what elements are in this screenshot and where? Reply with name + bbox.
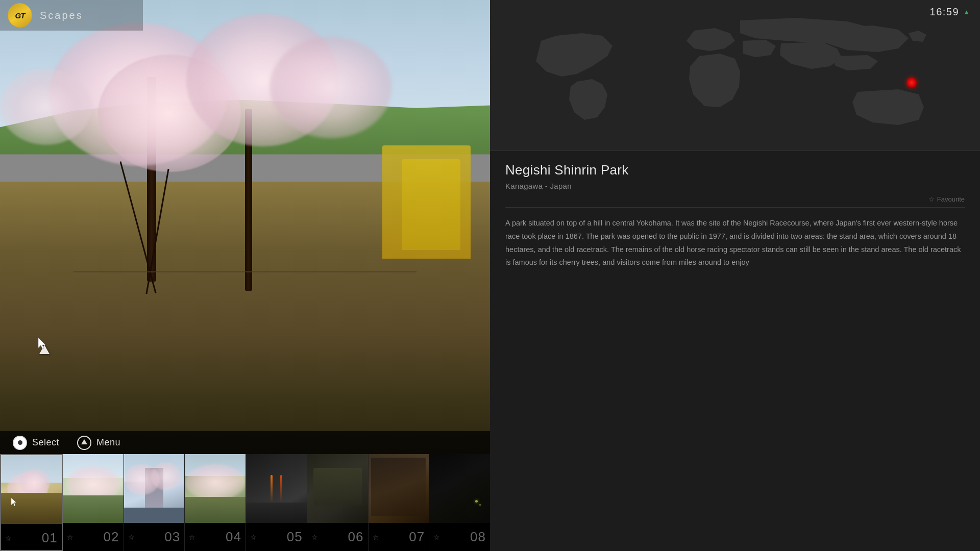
yellow-flowers-2	[402, 159, 460, 250]
thumb-06-star: ☆	[311, 533, 318, 541]
thumbnail-02[interactable]: ☆ 02	[63, 454, 124, 551]
thumbnail-08[interactable]: ☆ 08	[429, 454, 490, 551]
fence	[74, 271, 416, 272]
menu-button-icon	[77, 436, 91, 450]
location-description: A park situated on top of a hill in cent…	[490, 217, 980, 551]
gt-logo: GT	[8, 3, 32, 28]
main-photo	[0, 0, 490, 454]
thumb-01-star: ☆	[5, 534, 12, 542]
thumbnail-strip: ☆ 01 ☆ 02	[0, 454, 490, 551]
time-area: 16:59 ▲	[930, 6, 970, 18]
thumbnail-04[interactable]: ☆ 04	[185, 454, 246, 551]
select-control[interactable]: Select	[13, 436, 59, 450]
thumb-03-star: ☆	[128, 533, 135, 541]
thumb-05-star: ☆	[250, 533, 257, 541]
favourite-star-icon: ☆	[928, 195, 935, 203]
cherry-canopy-3	[270, 36, 392, 138]
info-panel: 16:59 ▲	[490, 0, 980, 551]
location-info: Negishi Shinrin Park Kanagawa - Japan	[490, 151, 980, 195]
thumb-02-number: 02	[104, 529, 119, 545]
thumbnail-07[interactable]: ☆ 07	[369, 454, 430, 551]
thumb-08-number: 08	[470, 529, 486, 545]
select-label: Select	[32, 437, 59, 448]
thumb-07-number: 07	[409, 529, 425, 545]
thumb-05-number: 05	[287, 529, 303, 545]
header-left: GT Scapes	[0, 0, 143, 31]
favourite-label: Favourite	[937, 195, 965, 203]
map-svg	[490, 0, 980, 151]
location-region: Kanagawa - Japan	[505, 182, 965, 190]
thumbnail-01[interactable]: ☆ 01	[0, 454, 63, 551]
description-divider	[505, 207, 965, 208]
thumb-03-number: 03	[164, 529, 180, 545]
description-text: A park situated on top of a hill in cent…	[505, 217, 965, 269]
thumb-06-number: 06	[348, 529, 364, 545]
thumb-07-star: ☆	[373, 533, 379, 541]
thumb-02-star: ☆	[67, 533, 74, 541]
control-bar: Select Menu	[0, 431, 490, 454]
gt-logo-text: GT	[15, 11, 25, 20]
cherry-canopy-4	[0, 68, 92, 145]
time-display: 16:59	[930, 6, 960, 18]
thumb-04-star: ☆	[189, 533, 195, 541]
thumbnail-03[interactable]: ☆ 03	[124, 454, 185, 551]
favourite-row: ☆ Favourite	[490, 195, 980, 207]
svg-marker-1	[11, 498, 16, 506]
thumbnail-06[interactable]: ☆ 06	[307, 454, 369, 551]
thumb-08-star: ☆	[433, 533, 440, 541]
location-dot	[906, 78, 917, 88]
menu-label: Menu	[96, 437, 120, 448]
thumbnail-05[interactable]: ☆ 05	[246, 454, 307, 551]
thumb-01-number: 01	[42, 530, 58, 546]
select-button-icon	[13, 436, 27, 450]
thumb-04-number: 04	[226, 529, 241, 545]
svg-marker-0	[38, 338, 45, 349]
network-icon: ▲	[963, 8, 970, 16]
favourite-button[interactable]: ☆ Favourite	[928, 195, 965, 203]
app-title: Scapes	[40, 10, 83, 21]
world-map	[490, 0, 980, 151]
menu-control[interactable]: Menu	[77, 436, 120, 450]
cursor	[38, 338, 48, 352]
location-name: Negishi Shinrin Park	[505, 162, 965, 178]
